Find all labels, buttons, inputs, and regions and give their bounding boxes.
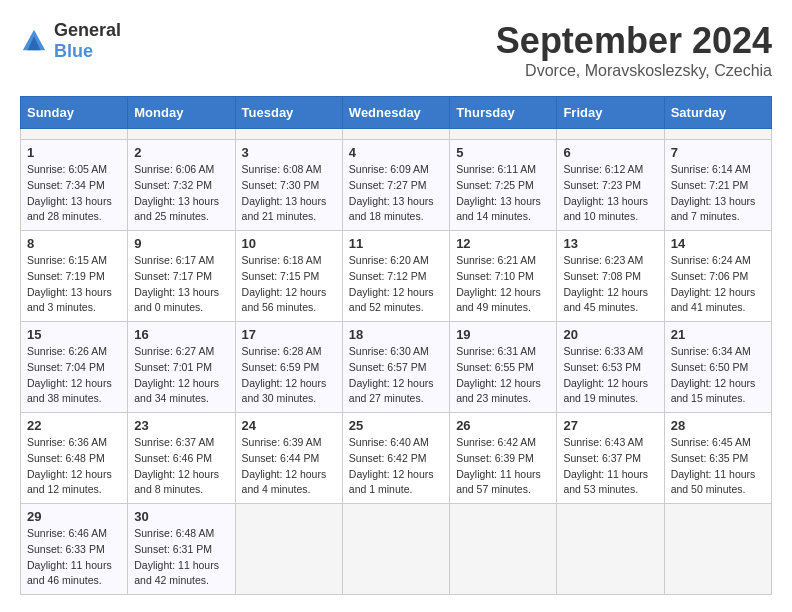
day-info: Sunrise: 6:46 AM Sunset: 6:33 PM Dayligh… bbox=[27, 526, 121, 589]
col-friday: Friday bbox=[557, 97, 664, 129]
table-row: 21Sunrise: 6:34 AM Sunset: 6:50 PM Dayli… bbox=[664, 322, 771, 413]
table-row: 19Sunrise: 6:31 AM Sunset: 6:55 PM Dayli… bbox=[450, 322, 557, 413]
table-row: 11Sunrise: 6:20 AM Sunset: 7:12 PM Dayli… bbox=[342, 231, 449, 322]
day-info: Sunrise: 6:42 AM Sunset: 6:39 PM Dayligh… bbox=[456, 435, 550, 498]
table-row: 24Sunrise: 6:39 AM Sunset: 6:44 PM Dayli… bbox=[235, 413, 342, 504]
table-row: 14Sunrise: 6:24 AM Sunset: 7:06 PM Dayli… bbox=[664, 231, 771, 322]
day-number: 22 bbox=[27, 418, 121, 433]
table-row: 22Sunrise: 6:36 AM Sunset: 6:48 PM Dayli… bbox=[21, 413, 128, 504]
logo-blue: Blue bbox=[54, 41, 93, 61]
day-number: 10 bbox=[242, 236, 336, 251]
day-number: 25 bbox=[349, 418, 443, 433]
table-row: 27Sunrise: 6:43 AM Sunset: 6:37 PM Dayli… bbox=[557, 413, 664, 504]
col-sunday: Sunday bbox=[21, 97, 128, 129]
table-row: 29Sunrise: 6:46 AM Sunset: 6:33 PM Dayli… bbox=[21, 504, 128, 595]
month-title: September 2024 bbox=[496, 20, 772, 62]
table-row bbox=[450, 129, 557, 140]
day-info: Sunrise: 6:27 AM Sunset: 7:01 PM Dayligh… bbox=[134, 344, 228, 407]
day-number: 4 bbox=[349, 145, 443, 160]
col-monday: Monday bbox=[128, 97, 235, 129]
day-info: Sunrise: 6:37 AM Sunset: 6:46 PM Dayligh… bbox=[134, 435, 228, 498]
day-info: Sunrise: 6:20 AM Sunset: 7:12 PM Dayligh… bbox=[349, 253, 443, 316]
day-number: 14 bbox=[671, 236, 765, 251]
calendar-row: 1Sunrise: 6:05 AM Sunset: 7:34 PM Daylig… bbox=[21, 140, 772, 231]
col-tuesday: Tuesday bbox=[235, 97, 342, 129]
table-row: 4Sunrise: 6:09 AM Sunset: 7:27 PM Daylig… bbox=[342, 140, 449, 231]
table-row bbox=[450, 504, 557, 595]
table-row bbox=[235, 504, 342, 595]
col-saturday: Saturday bbox=[664, 97, 771, 129]
day-number: 29 bbox=[27, 509, 121, 524]
table-row: 20Sunrise: 6:33 AM Sunset: 6:53 PM Dayli… bbox=[557, 322, 664, 413]
table-row: 8Sunrise: 6:15 AM Sunset: 7:19 PM Daylig… bbox=[21, 231, 128, 322]
day-number: 19 bbox=[456, 327, 550, 342]
location-title: Dvorce, Moravskoslezsky, Czechia bbox=[496, 62, 772, 80]
day-info: Sunrise: 6:08 AM Sunset: 7:30 PM Dayligh… bbox=[242, 162, 336, 225]
table-row: 12Sunrise: 6:21 AM Sunset: 7:10 PM Dayli… bbox=[450, 231, 557, 322]
day-info: Sunrise: 6:09 AM Sunset: 7:27 PM Dayligh… bbox=[349, 162, 443, 225]
table-row: 1Sunrise: 6:05 AM Sunset: 7:34 PM Daylig… bbox=[21, 140, 128, 231]
day-info: Sunrise: 6:40 AM Sunset: 6:42 PM Dayligh… bbox=[349, 435, 443, 498]
day-number: 5 bbox=[456, 145, 550, 160]
day-info: Sunrise: 6:30 AM Sunset: 6:57 PM Dayligh… bbox=[349, 344, 443, 407]
day-info: Sunrise: 6:23 AM Sunset: 7:08 PM Dayligh… bbox=[563, 253, 657, 316]
day-number: 16 bbox=[134, 327, 228, 342]
calendar-row: 29Sunrise: 6:46 AM Sunset: 6:33 PM Dayli… bbox=[21, 504, 772, 595]
day-info: Sunrise: 6:05 AM Sunset: 7:34 PM Dayligh… bbox=[27, 162, 121, 225]
table-row: 16Sunrise: 6:27 AM Sunset: 7:01 PM Dayli… bbox=[128, 322, 235, 413]
table-row: 25Sunrise: 6:40 AM Sunset: 6:42 PM Dayli… bbox=[342, 413, 449, 504]
table-row bbox=[557, 504, 664, 595]
table-row: 30Sunrise: 6:48 AM Sunset: 6:31 PM Dayli… bbox=[128, 504, 235, 595]
day-number: 26 bbox=[456, 418, 550, 433]
day-info: Sunrise: 6:06 AM Sunset: 7:32 PM Dayligh… bbox=[134, 162, 228, 225]
day-info: Sunrise: 6:28 AM Sunset: 6:59 PM Dayligh… bbox=[242, 344, 336, 407]
day-info: Sunrise: 6:31 AM Sunset: 6:55 PM Dayligh… bbox=[456, 344, 550, 407]
table-row: 15Sunrise: 6:26 AM Sunset: 7:04 PM Dayli… bbox=[21, 322, 128, 413]
day-info: Sunrise: 6:17 AM Sunset: 7:17 PM Dayligh… bbox=[134, 253, 228, 316]
table-row bbox=[128, 129, 235, 140]
day-number: 20 bbox=[563, 327, 657, 342]
day-number: 2 bbox=[134, 145, 228, 160]
table-row: 18Sunrise: 6:30 AM Sunset: 6:57 PM Dayli… bbox=[342, 322, 449, 413]
calendar-table: Sunday Monday Tuesday Wednesday Thursday… bbox=[20, 96, 772, 595]
col-wednesday: Wednesday bbox=[342, 97, 449, 129]
day-number: 11 bbox=[349, 236, 443, 251]
calendar-row: 8Sunrise: 6:15 AM Sunset: 7:19 PM Daylig… bbox=[21, 231, 772, 322]
day-info: Sunrise: 6:11 AM Sunset: 7:25 PM Dayligh… bbox=[456, 162, 550, 225]
logo-general: General bbox=[54, 20, 121, 40]
table-row: 26Sunrise: 6:42 AM Sunset: 6:39 PM Dayli… bbox=[450, 413, 557, 504]
title-section: September 2024 Dvorce, Moravskoslezsky, … bbox=[496, 20, 772, 80]
table-row: 9Sunrise: 6:17 AM Sunset: 7:17 PM Daylig… bbox=[128, 231, 235, 322]
table-row bbox=[557, 129, 664, 140]
day-info: Sunrise: 6:24 AM Sunset: 7:06 PM Dayligh… bbox=[671, 253, 765, 316]
table-row bbox=[342, 504, 449, 595]
day-info: Sunrise: 6:43 AM Sunset: 6:37 PM Dayligh… bbox=[563, 435, 657, 498]
day-info: Sunrise: 6:48 AM Sunset: 6:31 PM Dayligh… bbox=[134, 526, 228, 589]
day-number: 9 bbox=[134, 236, 228, 251]
day-info: Sunrise: 6:34 AM Sunset: 6:50 PM Dayligh… bbox=[671, 344, 765, 407]
table-row: 7Sunrise: 6:14 AM Sunset: 7:21 PM Daylig… bbox=[664, 140, 771, 231]
table-row: 10Sunrise: 6:18 AM Sunset: 7:15 PM Dayli… bbox=[235, 231, 342, 322]
table-row bbox=[235, 129, 342, 140]
day-number: 8 bbox=[27, 236, 121, 251]
table-row: 5Sunrise: 6:11 AM Sunset: 7:25 PM Daylig… bbox=[450, 140, 557, 231]
table-row: 17Sunrise: 6:28 AM Sunset: 6:59 PM Dayli… bbox=[235, 322, 342, 413]
day-number: 30 bbox=[134, 509, 228, 524]
day-info: Sunrise: 6:45 AM Sunset: 6:35 PM Dayligh… bbox=[671, 435, 765, 498]
day-info: Sunrise: 6:18 AM Sunset: 7:15 PM Dayligh… bbox=[242, 253, 336, 316]
table-row: 13Sunrise: 6:23 AM Sunset: 7:08 PM Dayli… bbox=[557, 231, 664, 322]
day-info: Sunrise: 6:15 AM Sunset: 7:19 PM Dayligh… bbox=[27, 253, 121, 316]
table-row bbox=[664, 504, 771, 595]
day-info: Sunrise: 6:33 AM Sunset: 6:53 PM Dayligh… bbox=[563, 344, 657, 407]
day-number: 12 bbox=[456, 236, 550, 251]
day-info: Sunrise: 6:14 AM Sunset: 7:21 PM Dayligh… bbox=[671, 162, 765, 225]
day-number: 28 bbox=[671, 418, 765, 433]
table-row: 3Sunrise: 6:08 AM Sunset: 7:30 PM Daylig… bbox=[235, 140, 342, 231]
table-row bbox=[342, 129, 449, 140]
day-number: 23 bbox=[134, 418, 228, 433]
calendar-header-row: Sunday Monday Tuesday Wednesday Thursday… bbox=[21, 97, 772, 129]
table-row bbox=[664, 129, 771, 140]
logo-icon bbox=[20, 27, 48, 55]
table-row: 28Sunrise: 6:45 AM Sunset: 6:35 PM Dayli… bbox=[664, 413, 771, 504]
day-info: Sunrise: 6:26 AM Sunset: 7:04 PM Dayligh… bbox=[27, 344, 121, 407]
